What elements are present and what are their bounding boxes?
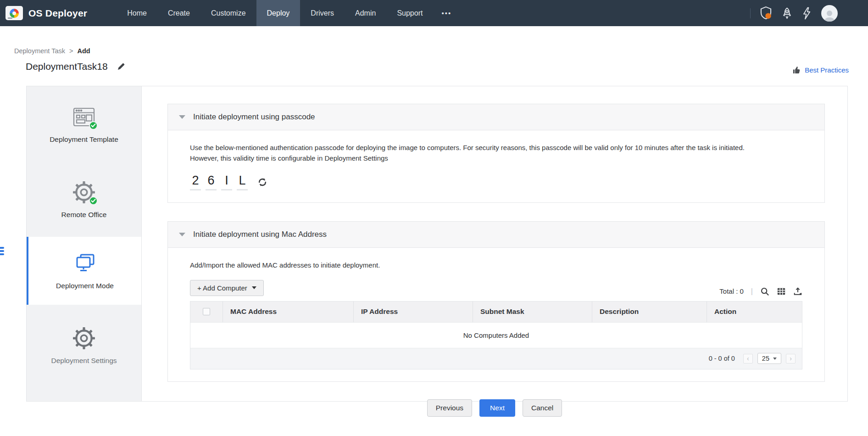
passcode-char: I bbox=[221, 173, 232, 190]
collapse-arrow-icon[interactable] bbox=[179, 233, 185, 236]
cancel-button[interactable]: Cancel bbox=[523, 399, 562, 417]
add-computer-label: + Add Computer bbox=[197, 284, 247, 292]
deployment-settings-gear-icon bbox=[72, 326, 96, 350]
sidebar-item-deployment-mode[interactable]: Deployment Mode bbox=[27, 237, 141, 305]
remote-office-gear-icon bbox=[72, 180, 96, 204]
title-row: DeploymentTask18 bbox=[26, 61, 125, 72]
mac-panel-body: Add/Import the allowed MAC addresses to … bbox=[167, 248, 825, 382]
sidebar-item-deployment-template[interactable]: Deployment Template bbox=[27, 86, 141, 162]
regenerate-passcode-icon[interactable] bbox=[257, 177, 268, 188]
lightning-icon[interactable] bbox=[802, 7, 812, 20]
pagination-bar: 0 - 0 of 0 ‹ 25 › bbox=[190, 348, 802, 369]
mac-description: Add/Import the allowed MAC addresses to … bbox=[190, 260, 802, 271]
mac-toolbar: + Add Computer Total : 0 | bbox=[190, 280, 802, 296]
thumbs-up-icon bbox=[792, 66, 801, 74]
header-cell-ip-address[interactable]: IP Address bbox=[353, 302, 473, 322]
step-complete-check-icon bbox=[89, 121, 98, 130]
passcode-row: 2 6 I L bbox=[190, 173, 802, 190]
best-practices-link[interactable]: Best Practices bbox=[792, 66, 849, 74]
chevron-down-icon bbox=[252, 286, 256, 289]
best-practices-label: Best Practices bbox=[805, 66, 849, 74]
mac-panel-header[interactable]: Initiate deployment using Mac Address bbox=[167, 221, 825, 248]
nav-item-create[interactable]: Create bbox=[157, 0, 200, 26]
top-navbar: OS Deployer Home Create Customize Deploy… bbox=[0, 0, 868, 26]
security-shield-icon[interactable] bbox=[760, 6, 772, 20]
wizard-container: Deployment Template bbox=[26, 86, 848, 402]
nav-item-customize[interactable]: Customize bbox=[200, 0, 256, 26]
page-size-select[interactable]: 25 bbox=[757, 353, 781, 364]
nav-item-admin[interactable]: Admin bbox=[345, 0, 386, 26]
wizard-footer: Previous Next Cancel bbox=[142, 399, 847, 417]
edit-title-pencil-icon[interactable] bbox=[117, 63, 125, 71]
passcode-panel-title: Initiate deployment using passcode bbox=[193, 112, 315, 122]
passcode-description-line1: Use the below-mentioned authentication p… bbox=[190, 143, 802, 153]
add-computer-button[interactable]: + Add Computer bbox=[190, 280, 264, 296]
deployment-mode-monitors-icon bbox=[73, 252, 97, 275]
nav-overflow-button[interactable]: ••• bbox=[433, 0, 460, 26]
header-cell-mac-address[interactable]: MAC Address bbox=[223, 302, 353, 322]
edge-feedback-tab[interactable] bbox=[0, 247, 4, 265]
sidebar-item-label: Remote Office bbox=[61, 211, 107, 219]
breadcrumb-current: Add bbox=[77, 47, 90, 55]
chevron-down-icon bbox=[773, 358, 777, 360]
nav-item-drivers[interactable]: Drivers bbox=[300, 0, 345, 26]
total-count: Total : 0 bbox=[719, 287, 744, 295]
passcode-description-line2: However, this validity time is configura… bbox=[190, 153, 802, 164]
passcode-value: 2 6 I L bbox=[190, 173, 248, 190]
import-upload-icon[interactable] bbox=[793, 287, 802, 296]
passcode-char: 2 bbox=[190, 173, 201, 190]
brand[interactable]: OS Deployer bbox=[0, 0, 99, 26]
navbar-divider bbox=[750, 8, 751, 18]
next-button[interactable]: Next bbox=[479, 399, 515, 417]
breadcrumb-separator: > bbox=[69, 47, 73, 55]
wizard-content: Initiate deployment using passcode Use t… bbox=[142, 86, 847, 401]
passcode-char: 6 bbox=[206, 173, 217, 190]
previous-button[interactable]: Previous bbox=[427, 399, 472, 417]
select-all-checkbox[interactable] bbox=[203, 308, 210, 315]
user-avatar[interactable] bbox=[821, 5, 838, 22]
wizard-step-sidebar: Deployment Template bbox=[27, 86, 142, 401]
search-icon[interactable] bbox=[760, 287, 769, 296]
header-cell-description[interactable]: Description bbox=[592, 302, 707, 322]
table-tools: Total : 0 | bbox=[719, 287, 802, 296]
page-size-value: 25 bbox=[762, 355, 769, 362]
empty-table-message: No Computers Added bbox=[190, 322, 802, 348]
collapse-arrow-icon[interactable] bbox=[179, 115, 185, 119]
app-logo-icon bbox=[6, 6, 23, 20]
header-cell-select bbox=[190, 302, 223, 322]
nav-item-support[interactable]: Support bbox=[386, 0, 433, 26]
passcode-panel: Initiate deployment using passcode Use t… bbox=[167, 104, 825, 203]
navbar-right bbox=[750, 0, 868, 26]
table-header-row: MAC Address IP Address Subnet Mask Descr… bbox=[190, 302, 802, 322]
header-cell-action[interactable]: Action bbox=[707, 302, 802, 322]
passcode-panel-header[interactable]: Initiate deployment using passcode bbox=[167, 104, 825, 130]
tools-divider: | bbox=[751, 287, 753, 296]
sidebar-item-label: Deployment Template bbox=[50, 135, 118, 144]
pagination-prev-button[interactable]: ‹ bbox=[743, 354, 753, 363]
rocket-icon[interactable] bbox=[781, 7, 793, 20]
nav-item-home[interactable]: Home bbox=[117, 0, 157, 26]
passcode-panel-body: Use the below-mentioned authentication p… bbox=[167, 130, 825, 203]
sidebar-item-label: Deployment Mode bbox=[56, 282, 114, 290]
pagination-range: 0 - 0 of 0 bbox=[709, 355, 735, 362]
apps-grid-icon[interactable] bbox=[847, 9, 856, 18]
nav-item-deploy[interactable]: Deploy bbox=[256, 0, 300, 26]
mac-address-panel: Initiate deployment using Mac Address Ad… bbox=[167, 221, 825, 382]
breadcrumb: Deployment Task > Add bbox=[14, 47, 90, 55]
column-chooser-icon[interactable] bbox=[777, 287, 786, 296]
sidebar-item-label: Deployment Settings bbox=[51, 357, 117, 365]
deployment-template-icon bbox=[72, 105, 96, 129]
passcode-description: Use the below-mentioned authentication p… bbox=[190, 143, 802, 163]
pagination-next-button[interactable]: › bbox=[786, 354, 796, 363]
sidebar-item-remote-office[interactable]: Remote Office bbox=[27, 162, 141, 237]
step-complete-check-icon bbox=[89, 196, 98, 205]
mac-address-table: MAC Address IP Address Subnet Mask Descr… bbox=[190, 301, 802, 369]
os-deployer-page: OS Deployer Home Create Customize Deploy… bbox=[0, 0, 868, 436]
sidebar-item-deployment-settings[interactable]: Deployment Settings bbox=[27, 305, 141, 386]
header-cell-subnet-mask[interactable]: Subnet Mask bbox=[473, 302, 592, 322]
breadcrumb-parent[interactable]: Deployment Task bbox=[14, 47, 65, 55]
page-title: DeploymentTask18 bbox=[26, 61, 108, 72]
mac-panel-title: Initiate deployment using Mac Address bbox=[193, 230, 327, 239]
main-nav: Home Create Customize Deploy Drivers Adm… bbox=[117, 0, 460, 26]
passcode-char: L bbox=[237, 173, 248, 190]
